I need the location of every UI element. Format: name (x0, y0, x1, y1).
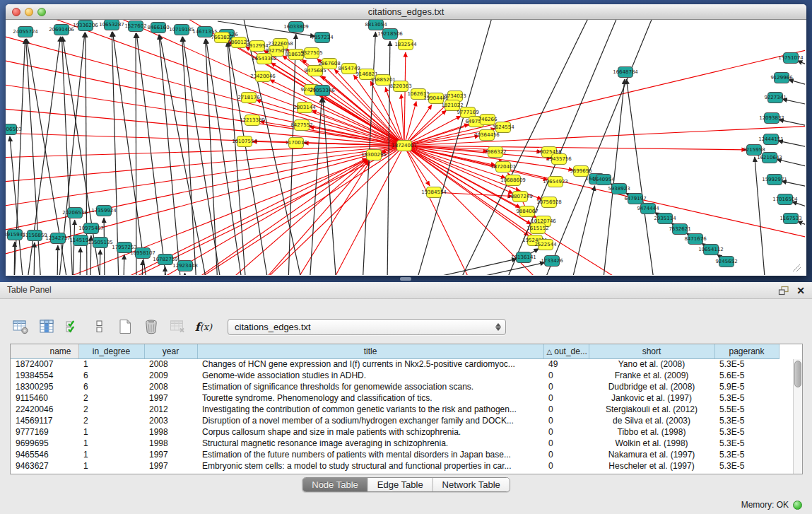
table-row[interactable]: 1830029562008Estimation of significance … (11, 381, 779, 392)
zoom-window-icon[interactable] (37, 8, 46, 16)
table-cell: 1997 (144, 460, 197, 472)
delete-column-icon-disabled (168, 317, 187, 336)
graph-node-label: 8813054 (365, 22, 387, 28)
graph-edge (100, 250, 100, 275)
table-cell: Embryonic stem cells: a model to study s… (197, 460, 543, 472)
table-cell: 0 (543, 392, 589, 404)
graph-node-label: 18300295 (361, 152, 387, 158)
column-header-name[interactable]: name (11, 344, 78, 358)
graph-edge (228, 42, 246, 275)
select-columns-icon[interactable] (64, 317, 82, 336)
table-cell: 1 (78, 449, 144, 460)
close-panel-icon[interactable]: ✕ (796, 286, 805, 296)
table-cell: 2 (78, 415, 144, 426)
table-cell: 2009 (144, 370, 197, 381)
sort-asc-icon: △ (547, 348, 553, 356)
graph-node-label: 9474444 (637, 206, 659, 211)
graph-edge (404, 146, 805, 239)
column-header-out_de[interactable]: △out_de... (543, 344, 589, 358)
table-row[interactable]: 977716911998Corpus callosum shape and si… (11, 426, 779, 438)
table-cell: 14569117 (11, 415, 78, 426)
graph-node-label: 10653287 (99, 22, 124, 28)
table-cell: Yano et al. (2008) (589, 358, 714, 370)
column-header-title[interactable]: title (197, 344, 543, 358)
tab-edge-table[interactable]: Edge Table (368, 478, 433, 491)
graph-node-label: 7632621 (669, 226, 690, 232)
table-cell: Stergiakouli et al. (2012) (589, 404, 714, 415)
tab-network-table[interactable]: Network Table (433, 478, 510, 491)
table-cell: 0 (543, 381, 589, 392)
graph-node-label: 17359924 (91, 208, 117, 214)
table-select-dropdown[interactable]: citations_edges.txt (228, 319, 506, 335)
show-column-icon[interactable] (37, 317, 56, 336)
window-controls (12, 8, 46, 16)
graph-node-label: 20691406 (49, 27, 74, 33)
graph-node-label: 746266 (478, 117, 498, 122)
delete-table-icon[interactable] (142, 317, 160, 336)
splitter-handle[interactable] (400, 277, 411, 281)
graph-node-label: 15885201 (370, 77, 396, 83)
table-cell: Investigating the contribution of common… (197, 404, 543, 415)
graph-node-label: 19435756 (546, 156, 572, 162)
float-panel-icon[interactable] (778, 286, 789, 296)
graph-node-label: 8220363 (389, 83, 411, 89)
table-cell: Hescheler et al. (1997) (589, 460, 714, 472)
graph-edge (57, 245, 58, 275)
table-cell: 6 (78, 381, 144, 392)
table-scrollbar[interactable] (793, 359, 802, 474)
graph-node-label: 2935114 (654, 216, 676, 221)
graph-node-label: 16543362 (252, 56, 277, 62)
close-window-icon[interactable] (12, 8, 20, 16)
graph-edge (182, 37, 196, 275)
graph-edge (14, 242, 15, 275)
table-row[interactable]: 946554611997Estimation of the future num… (11, 449, 779, 460)
graph-node-label: 9146821 (355, 71, 377, 77)
table-cell: 5.3E-5 (714, 392, 779, 404)
graph-node-label: 1733426 (541, 258, 563, 264)
graph-edge (136, 33, 136, 275)
canvas-resize-grip[interactable] (793, 264, 801, 271)
minimize-window-icon[interactable] (25, 8, 33, 16)
desktop-background: citations_edges.txt 24055724206914061933… (0, 0, 812, 282)
new-table-icon[interactable] (116, 317, 134, 336)
table-scrollbar-thumb[interactable] (794, 361, 801, 387)
graph-node-label: 20206536 (62, 210, 88, 216)
table-row[interactable]: 1872400712008Changes of HCN gene express… (11, 358, 779, 370)
column-header-short[interactable]: short (589, 344, 714, 358)
network-window[interactable]: citations_edges.txt 24055724206914061933… (6, 4, 806, 276)
graph-edge (6, 133, 404, 146)
rows-icon[interactable] (90, 317, 108, 336)
table-row[interactable]: 969969511998Structural magnetic resonanc… (11, 438, 779, 449)
column-header-in_degree[interactable]: in_degree (78, 344, 144, 358)
table-row[interactable]: 911546021997Tourette syndrome. Phenomeno… (11, 392, 779, 404)
dropdown-stepper-icon (495, 323, 501, 331)
table-cell: 0 (543, 404, 589, 415)
tab-node-table[interactable]: Node Table (302, 478, 368, 491)
network-canvas[interactable]: 2405572420691406193362061065328715276028… (6, 20, 805, 275)
graph-node-label: 29053346 (310, 88, 335, 93)
column-header-pagerank[interactable]: pagerank (714, 344, 779, 358)
graph-node-label: 8427552 (290, 122, 312, 128)
table-settings-icon[interactable] (11, 317, 30, 336)
table-cell: 5.6E-5 (714, 370, 779, 381)
node-table[interactable]: namein_degreeyeartitle△out_de...shortpag… (10, 344, 803, 474)
table-row[interactable]: 1456911722003Disruption of a novel membe… (11, 415, 779, 426)
graph-node-label: 2522544 (534, 242, 557, 247)
table-row[interactable]: 946362711997Embryonic stem cells: a mode… (11, 460, 779, 472)
table-cell: Tibbo et al. (1998) (589, 426, 714, 438)
memory-status-icon[interactable] (793, 501, 802, 510)
table-panel-title: Table Panel (7, 285, 52, 295)
graph-node-label: 15992971 (762, 177, 787, 182)
network-window-titlebar[interactable]: citations_edges.txt (6, 4, 806, 20)
function-builder-icon[interactable]: f(x) (194, 317, 213, 336)
graph-node-label: 9227341 (764, 95, 786, 100)
graph-edge (80, 247, 81, 275)
graph-edge (6, 34, 404, 146)
table-row[interactable]: 2242004622012Investigating the contribut… (11, 404, 779, 415)
table-row[interactable]: 1938455462009Genome-wide association stu… (11, 370, 779, 381)
graph-node-label: 16958107 (130, 250, 155, 256)
graph-edge (6, 146, 404, 158)
network-svg[interactable]: 2405572420691406193362061065328715276028… (6, 20, 805, 275)
column-header-year[interactable]: year (144, 344, 197, 358)
graph-node-label: 2803144 (293, 105, 316, 110)
